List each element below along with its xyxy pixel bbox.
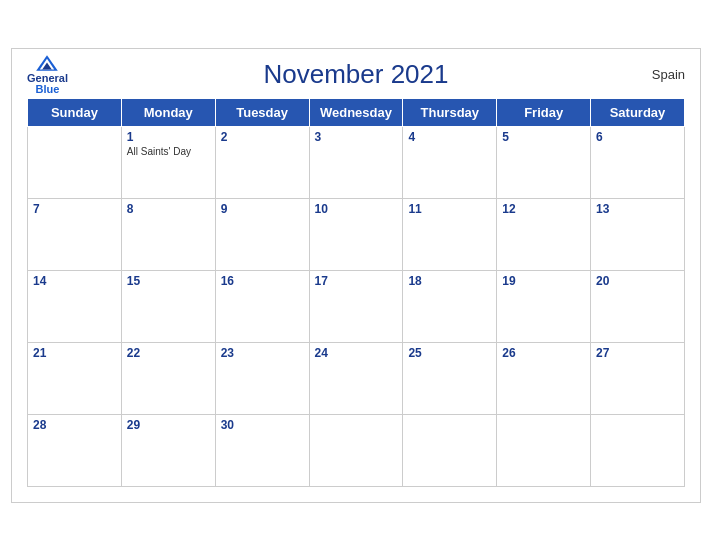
day-cell [28, 126, 122, 198]
day-number: 10 [315, 202, 398, 216]
day-number: 12 [502, 202, 585, 216]
day-number: 30 [221, 418, 304, 432]
day-cell: 7 [28, 198, 122, 270]
col-friday: Friday [497, 98, 591, 126]
day-number: 20 [596, 274, 679, 288]
day-number: 17 [315, 274, 398, 288]
day-number: 26 [502, 346, 585, 360]
calendar-title: November 2021 [264, 59, 449, 90]
day-number: 27 [596, 346, 679, 360]
day-number: 25 [408, 346, 491, 360]
calendar-table: Sunday Monday Tuesday Wednesday Thursday… [27, 98, 685, 487]
day-cell: 16 [215, 270, 309, 342]
col-saturday: Saturday [591, 98, 685, 126]
calendar-body: 1All Saints' Day234567891011121314151617… [28, 126, 685, 486]
col-wednesday: Wednesday [309, 98, 403, 126]
days-of-week-row: Sunday Monday Tuesday Wednesday Thursday… [28, 98, 685, 126]
day-cell: 5 [497, 126, 591, 198]
calendar-header: General Blue November 2021 Spain [27, 59, 685, 90]
country-label: Spain [652, 67, 685, 82]
day-cell: 12 [497, 198, 591, 270]
day-cell: 4 [403, 126, 497, 198]
day-cell: 6 [591, 126, 685, 198]
day-cell: 2 [215, 126, 309, 198]
week-row-2: 78910111213 [28, 198, 685, 270]
col-tuesday: Tuesday [215, 98, 309, 126]
generalblue-logo-icon [35, 54, 59, 72]
day-number: 3 [315, 130, 398, 144]
logo-area: General Blue [27, 54, 68, 95]
day-cell [403, 414, 497, 486]
day-cell: 18 [403, 270, 497, 342]
day-cell: 21 [28, 342, 122, 414]
day-cell: 23 [215, 342, 309, 414]
day-number: 2 [221, 130, 304, 144]
col-thursday: Thursday [403, 98, 497, 126]
day-cell: 27 [591, 342, 685, 414]
day-cell: 8 [121, 198, 215, 270]
col-sunday: Sunday [28, 98, 122, 126]
day-number: 22 [127, 346, 210, 360]
day-cell: 1All Saints' Day [121, 126, 215, 198]
day-number: 18 [408, 274, 491, 288]
week-row-1: 1All Saints' Day23456 [28, 126, 685, 198]
day-number: 8 [127, 202, 210, 216]
day-cell: 3 [309, 126, 403, 198]
logo-general-text: General [27, 73, 68, 84]
logo-blue-text: Blue [36, 84, 60, 95]
calendar-container: General Blue November 2021 Spain Sunday … [11, 48, 701, 503]
week-row-3: 14151617181920 [28, 270, 685, 342]
week-row-5: 282930 [28, 414, 685, 486]
day-cell: 11 [403, 198, 497, 270]
day-number: 15 [127, 274, 210, 288]
col-monday: Monday [121, 98, 215, 126]
day-number: 9 [221, 202, 304, 216]
day-cell [497, 414, 591, 486]
day-number: 13 [596, 202, 679, 216]
day-cell: 13 [591, 198, 685, 270]
day-number: 5 [502, 130, 585, 144]
day-number: 11 [408, 202, 491, 216]
day-cell [309, 414, 403, 486]
week-row-4: 21222324252627 [28, 342, 685, 414]
day-cell: 14 [28, 270, 122, 342]
day-cell: 22 [121, 342, 215, 414]
day-cell: 30 [215, 414, 309, 486]
day-number: 6 [596, 130, 679, 144]
day-number: 28 [33, 418, 116, 432]
day-cell: 25 [403, 342, 497, 414]
day-cell: 26 [497, 342, 591, 414]
day-number: 7 [33, 202, 116, 216]
day-cell: 24 [309, 342, 403, 414]
day-number: 29 [127, 418, 210, 432]
day-cell: 19 [497, 270, 591, 342]
day-cell: 20 [591, 270, 685, 342]
day-event: All Saints' Day [127, 146, 210, 157]
day-number: 24 [315, 346, 398, 360]
day-number: 21 [33, 346, 116, 360]
day-cell: 15 [121, 270, 215, 342]
day-number: 14 [33, 274, 116, 288]
day-number: 1 [127, 130, 210, 144]
day-number: 19 [502, 274, 585, 288]
day-cell: 9 [215, 198, 309, 270]
day-number: 16 [221, 274, 304, 288]
day-number: 23 [221, 346, 304, 360]
day-cell: 29 [121, 414, 215, 486]
day-cell: 28 [28, 414, 122, 486]
day-cell: 17 [309, 270, 403, 342]
day-number: 4 [408, 130, 491, 144]
day-cell: 10 [309, 198, 403, 270]
day-cell [591, 414, 685, 486]
